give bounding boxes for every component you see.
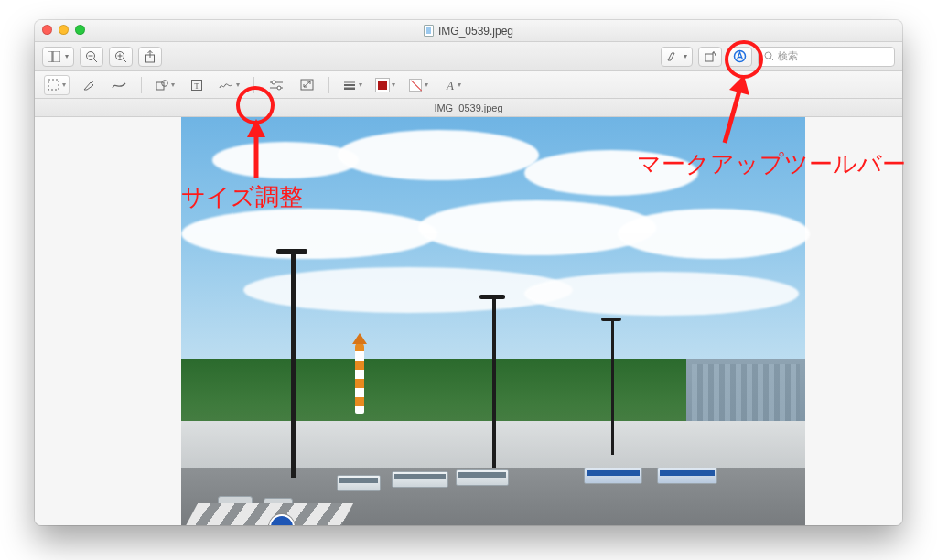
text-button[interactable]: T (186, 75, 208, 95)
adjust-color-button[interactable] (265, 75, 287, 95)
font-style-button[interactable]: A (439, 75, 464, 95)
minimize-icon[interactable] (59, 25, 69, 35)
shapes-button[interactable] (153, 75, 178, 95)
svg-rect-0 (48, 51, 52, 62)
search-placeholder: 検索 (778, 49, 798, 63)
border-color-button[interactable] (373, 75, 398, 95)
tab-strip: IMG_0539.jpeg (35, 99, 902, 117)
window-controls (42, 25, 85, 35)
markup-toolbar: T A (35, 71, 902, 99)
zoom-icon[interactable] (75, 25, 85, 35)
highlight-button[interactable] (661, 47, 693, 67)
titlebar: IMG_0539.jpeg (35, 20, 902, 42)
sketch-button[interactable] (108, 75, 130, 95)
svg-point-18 (162, 80, 168, 86)
adjust-size-button[interactable] (296, 75, 318, 95)
svg-line-3 (94, 59, 98, 62)
search-input[interactable]: 検索 (758, 47, 895, 67)
selection-tool-button[interactable] (44, 75, 70, 95)
svg-text:T: T (194, 81, 199, 90)
search-icon (764, 51, 774, 61)
view-mode-button[interactable] (42, 47, 74, 67)
preview-window: IMG_0539.jpeg (35, 20, 902, 525)
svg-line-14 (770, 58, 773, 60)
border-color-swatch (376, 79, 389, 92)
svg-rect-11 (705, 54, 713, 61)
tab-active[interactable]: IMG_0539.jpeg (434, 102, 502, 113)
window-title: IMG_0539.jpeg (438, 25, 513, 38)
markup-button[interactable] (727, 47, 752, 67)
svg-rect-1 (53, 51, 60, 62)
sign-button[interactable] (216, 75, 242, 95)
main-toolbar: 検索 (35, 42, 902, 71)
canvas-area[interactable] (35, 117, 902, 525)
fill-color-swatch (409, 79, 422, 92)
zoom-out-button[interactable] (80, 47, 103, 67)
close-icon[interactable] (42, 25, 52, 35)
instant-alpha-button[interactable] (78, 75, 100, 95)
svg-point-24 (277, 86, 281, 90)
line-style-button[interactable] (340, 75, 365, 95)
svg-line-6 (124, 59, 127, 62)
zoom-in-button[interactable] (109, 47, 133, 67)
fill-color-button[interactable] (406, 75, 431, 95)
rotate-button[interactable] (698, 47, 722, 67)
image-content (181, 117, 805, 525)
svg-point-22 (272, 81, 275, 84)
svg-rect-15 (48, 80, 59, 90)
svg-point-13 (765, 52, 771, 59)
svg-text:A: A (446, 80, 454, 91)
svg-point-16 (92, 81, 93, 82)
share-button[interactable] (138, 47, 162, 67)
document-icon (424, 25, 434, 37)
